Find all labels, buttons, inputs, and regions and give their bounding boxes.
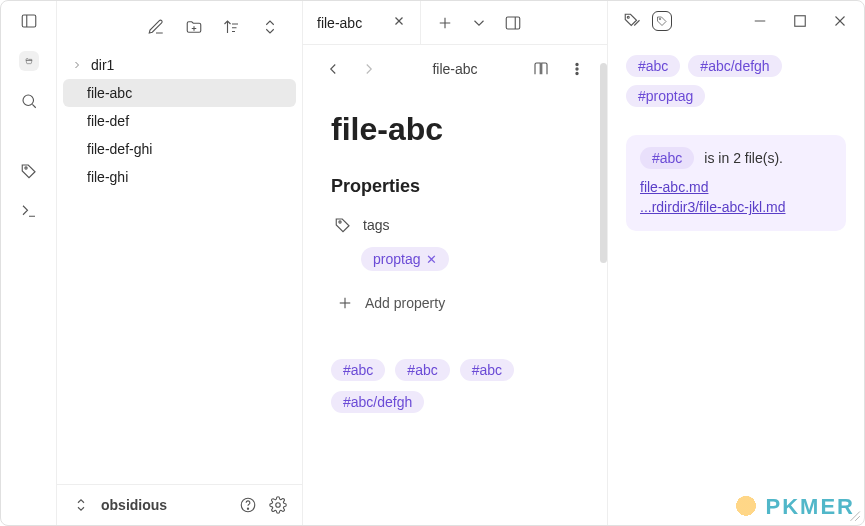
property-key: tags xyxy=(363,217,389,233)
svg-point-23 xyxy=(576,72,578,74)
remove-tag-icon[interactable]: ✕ xyxy=(426,252,437,267)
search-icon[interactable] xyxy=(19,91,39,111)
tab-title: file-abc xyxy=(317,15,362,31)
tab-bar: file-abc xyxy=(303,1,607,45)
inline-tag[interactable]: #abc/defgh xyxy=(331,391,424,413)
svg-point-2 xyxy=(23,95,34,106)
maximize-icon[interactable] xyxy=(790,11,810,31)
svg-point-14 xyxy=(276,503,281,508)
tree-item-label: file-def xyxy=(87,113,129,129)
tag-cloud: #abc #abc/defgh #proptag xyxy=(626,55,846,107)
tag-pill-proptag[interactable]: proptag ✕ xyxy=(361,247,449,271)
tab-file-abc[interactable]: file-abc xyxy=(303,1,421,44)
new-folder-icon[interactable] xyxy=(184,17,204,37)
panel-right-icon[interactable] xyxy=(503,13,523,33)
properties-heading: Properties xyxy=(331,176,579,197)
tree-item-label: file-def-ghi xyxy=(87,141,152,157)
tag-cloud-item[interactable]: #abc/defgh xyxy=(688,55,781,77)
svg-rect-19 xyxy=(506,17,520,29)
vault-name: obsidious xyxy=(101,497,167,513)
help-icon[interactable] xyxy=(238,495,258,515)
chevron-right-icon xyxy=(71,59,85,71)
selected-tag-pill[interactable]: #abc xyxy=(640,147,694,169)
right-pane: #abc #abc/defgh #proptag #abc is in 2 fi… xyxy=(608,1,864,525)
tag-file-link[interactable]: ...rdirdir3/file-abc-jkl.md xyxy=(640,199,832,215)
tree-item-label: file-abc xyxy=(87,85,132,101)
tag-cloud-item[interactable]: #proptag xyxy=(626,85,705,107)
tag-icon[interactable] xyxy=(19,161,39,181)
body-tags: #abc #abc #abc #abc/defgh xyxy=(331,359,579,413)
breadcrumb-bar: file-abc xyxy=(303,45,607,93)
add-property-button[interactable]: Add property xyxy=(331,285,579,337)
resize-handle[interactable] xyxy=(847,508,861,522)
tree-item-file-def-ghi[interactable]: file-def-ghi xyxy=(63,135,296,163)
tag-file-link[interactable]: file-abc.md xyxy=(640,179,832,195)
svg-rect-0 xyxy=(22,15,36,27)
nav-forward-icon[interactable] xyxy=(359,59,379,79)
main-pane: file-abc file-abc file-abc Properties ta… xyxy=(303,1,608,525)
vault-switcher[interactable]: obsidious xyxy=(57,484,302,525)
tag-cloud-item[interactable]: #abc xyxy=(626,55,680,77)
svg-point-4 xyxy=(24,167,26,169)
tag-file-count: is in 2 file(s). xyxy=(704,150,783,166)
tree-item-label: file-ghi xyxy=(87,169,128,185)
tree-item-file-def[interactable]: file-def xyxy=(63,107,296,135)
new-tab-icon[interactable] xyxy=(435,13,455,33)
tab-close-icon[interactable] xyxy=(392,14,406,31)
svg-rect-30 xyxy=(795,16,806,27)
svg-point-27 xyxy=(627,16,629,18)
doc-title[interactable]: file-abc xyxy=(331,111,579,148)
left-rail xyxy=(1,1,57,525)
tab-dropdown-icon[interactable] xyxy=(469,13,489,33)
tag-text: proptag xyxy=(373,251,420,267)
panel-left-icon[interactable] xyxy=(19,11,39,31)
svg-point-13 xyxy=(247,508,248,509)
inline-tag[interactable]: #abc xyxy=(395,359,449,381)
sidebar: dir1 file-abc file-def file-def-ghi file… xyxy=(57,1,303,525)
svg-point-21 xyxy=(576,63,578,65)
tree-item-dir1[interactable]: dir1 xyxy=(63,51,296,79)
tags-icon xyxy=(333,215,353,235)
settings-icon[interactable] xyxy=(268,495,288,515)
svg-line-34 xyxy=(855,516,860,521)
tree-item-file-ghi[interactable]: file-ghi xyxy=(63,163,296,191)
svg-point-28 xyxy=(659,18,661,20)
sort-icon[interactable] xyxy=(222,17,242,37)
right-tab-bar xyxy=(608,1,864,41)
property-tag-values: proptag ✕ xyxy=(361,247,579,271)
svg-point-24 xyxy=(339,221,341,223)
chevron-updown-icon xyxy=(71,495,91,515)
more-icon[interactable] xyxy=(567,59,587,79)
new-note-icon[interactable] xyxy=(146,17,166,37)
all-tags-icon[interactable] xyxy=(622,11,642,31)
svg-point-22 xyxy=(576,68,578,70)
document: file-abc Properties tags proptag ✕ Add p… xyxy=(303,93,607,525)
svg-line-33 xyxy=(851,512,860,521)
add-property-label: Add property xyxy=(365,295,445,311)
inline-tag[interactable]: #abc xyxy=(331,359,385,381)
inline-tag[interactable]: #abc xyxy=(460,359,514,381)
tag-pane-icon[interactable] xyxy=(652,11,672,31)
terminal-icon[interactable] xyxy=(19,201,39,221)
collapse-icon[interactable] xyxy=(260,17,280,37)
minimize-icon[interactable] xyxy=(750,11,770,31)
tag-details-card: #abc is in 2 file(s). file-abc.md ...rdi… xyxy=(626,135,846,231)
tree-item-file-abc[interactable]: file-abc xyxy=(63,79,296,107)
close-window-icon[interactable] xyxy=(830,11,850,31)
nav-back-icon[interactable] xyxy=(323,59,343,79)
tree-item-label: dir1 xyxy=(91,57,114,73)
file-tree: dir1 file-abc file-def file-def-ghi file… xyxy=(57,51,302,484)
reading-mode-icon[interactable] xyxy=(531,59,551,79)
svg-line-3 xyxy=(32,104,35,107)
property-tags-row[interactable]: tags xyxy=(331,215,579,235)
sidebar-toolbar xyxy=(57,1,302,51)
plus-icon xyxy=(335,293,355,313)
folder-open-icon[interactable] xyxy=(19,51,39,71)
breadcrumb[interactable]: file-abc xyxy=(395,61,515,77)
